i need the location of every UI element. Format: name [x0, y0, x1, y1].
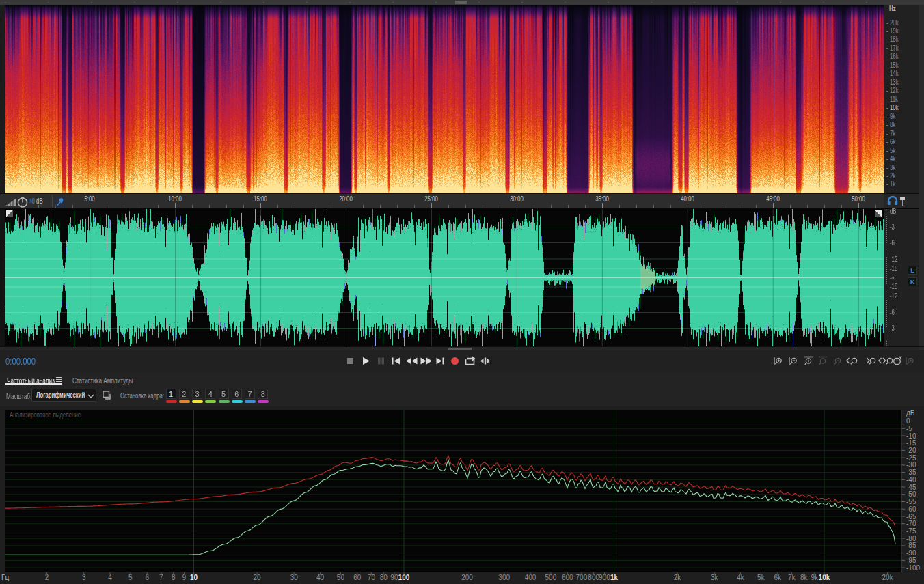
- svg-text:-35: -35: [906, 469, 916, 476]
- svg-text:-85: -85: [906, 542, 916, 549]
- svg-text:-10: -10: [906, 432, 916, 440]
- svg-text:-55: -55: [906, 498, 916, 505]
- svg-text:-100: -100: [906, 564, 920, 572]
- svg-text:-30: -30: [906, 461, 916, 469]
- svg-text:-95: -95: [906, 557, 916, 564]
- svg-text:-90: -90: [906, 549, 916, 557]
- svg-text:-40: -40: [906, 476, 916, 484]
- svg-text:Анализированое выделение: Анализированое выделение: [10, 411, 81, 419]
- svg-text:-60: -60: [906, 505, 916, 513]
- svg-text:-70: -70: [906, 520, 916, 527]
- svg-text:-5: -5: [906, 425, 912, 432]
- svg-text:-45: -45: [906, 484, 916, 491]
- svg-text:-75: -75: [906, 527, 916, 535]
- svg-text:-15: -15: [906, 439, 916, 447]
- svg-text:Гц: Гц: [1, 574, 9, 581]
- svg-text:-25: -25: [906, 454, 916, 462]
- svg-text:-20: -20: [906, 447, 916, 454]
- svg-text:-50: -50: [906, 490, 916, 498]
- svg-text:0: 0: [906, 417, 910, 425]
- svg-text:-80: -80: [906, 535, 916, 542]
- svg-text:-65: -65: [906, 513, 916, 520]
- svg-text:дБ: дБ: [906, 409, 915, 417]
